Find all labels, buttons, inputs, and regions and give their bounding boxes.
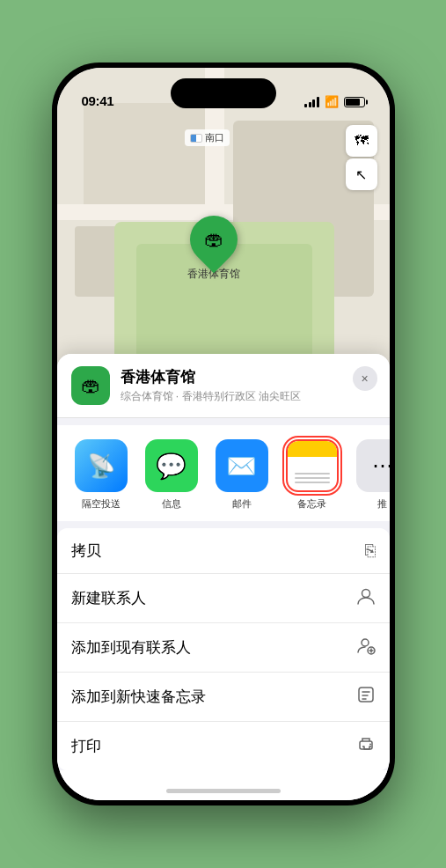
north-label: 南口 bbox=[185, 129, 230, 146]
share-item-notes[interactable]: 备忘录 bbox=[282, 439, 342, 511]
compass-icon: ↖ bbox=[355, 166, 367, 183]
airdrop-label: 隔空投送 bbox=[82, 497, 121, 511]
add-existing-icon bbox=[356, 636, 376, 659]
messages-label: 信息 bbox=[162, 497, 181, 511]
location-button[interactable]: ↖ bbox=[346, 158, 377, 190]
share-item-more[interactable]: ⋯ 推 bbox=[353, 439, 390, 511]
add-notes-label: 添加到新快速备忘录 bbox=[71, 687, 356, 707]
map-block bbox=[84, 103, 207, 209]
phone-screen: 09:41 📶 bbox=[57, 68, 390, 800]
battery-icon bbox=[344, 97, 365, 107]
mail-icon: ✉️ bbox=[216, 439, 268, 492]
north-direction-icon bbox=[190, 134, 202, 143]
share-item-airdrop[interactable]: 📡 隔空投送 bbox=[71, 439, 131, 511]
map-controls: 🗺 ↖ bbox=[346, 125, 377, 190]
add-existing-label: 添加到现有联系人 bbox=[71, 637, 356, 658]
close-button[interactable]: × bbox=[353, 366, 377, 391]
svg-point-0 bbox=[362, 590, 369, 598]
location-info: 香港体育馆 综合体育馆 · 香港特别行政区 油尖旺区 bbox=[121, 367, 376, 404]
dynamic-island bbox=[171, 78, 276, 108]
notes-label: 备忘录 bbox=[297, 497, 326, 511]
avatar-emoji: 🏟 bbox=[81, 374, 100, 397]
svg-rect-4 bbox=[360, 741, 372, 749]
north-text: 南口 bbox=[205, 131, 224, 144]
more-icon: ⋯ bbox=[356, 439, 390, 492]
action-new-contact[interactable]: 新建联系人 bbox=[57, 574, 390, 623]
location-header: 🏟 香港体育馆 综合体育馆 · 香港特别行政区 油尖旺区 × bbox=[57, 354, 390, 418]
copy-label: 拷贝 bbox=[71, 541, 365, 561]
copy-icon: ⎘ bbox=[365, 541, 376, 561]
more-label: 推 bbox=[377, 497, 387, 511]
action-print[interactable]: 打印 bbox=[57, 722, 390, 770]
print-icon bbox=[356, 734, 376, 758]
status-time: 09:41 bbox=[82, 93, 114, 108]
action-add-existing[interactable]: 添加到现有联系人 bbox=[57, 623, 390, 673]
action-copy[interactable]: 拷贝 ⎘ bbox=[57, 528, 390, 574]
notes-lines bbox=[295, 473, 330, 483]
phone-frame: 09:41 📶 bbox=[52, 63, 395, 805]
location-pin[interactable]: 🏟 香港体育馆 bbox=[187, 216, 240, 282]
location-name: 香港体育馆 bbox=[121, 367, 376, 387]
notes-top bbox=[288, 441, 337, 457]
bottom-sheet: 🏟 香港体育馆 综合体育馆 · 香港特别行政区 油尖旺区 × 📡 隔空投送 bbox=[57, 354, 390, 800]
airdrop-icon: 📡 bbox=[75, 439, 128, 492]
location-subtitle: 综合体育馆 · 香港特别行政区 油尖旺区 bbox=[121, 389, 376, 404]
new-contact-icon bbox=[356, 586, 376, 610]
pin-emoji: 🏟 bbox=[204, 228, 223, 251]
pin-circle: 🏟 bbox=[179, 206, 246, 273]
mail-label: 邮件 bbox=[232, 497, 252, 511]
home-bar bbox=[166, 789, 281, 793]
share-row: 📡 隔空投送 💬 信息 ✉️ 邮件 bbox=[57, 425, 390, 521]
signal-icon bbox=[304, 97, 319, 107]
notes-icon bbox=[286, 439, 339, 492]
share-item-messages[interactable]: 💬 信息 bbox=[142, 439, 201, 511]
home-indicator bbox=[57, 770, 390, 800]
svg-point-1 bbox=[362, 639, 369, 646]
close-icon: × bbox=[361, 371, 368, 386]
add-notes-icon bbox=[356, 685, 376, 709]
action-list: 拷贝 ⎘ 新建联系人 添加到现有联系人 bbox=[57, 528, 390, 770]
map-type-button[interactable]: 🗺 bbox=[346, 125, 377, 157]
wifi-icon: 📶 bbox=[325, 95, 339, 108]
map-icon: 🗺 bbox=[355, 133, 369, 149]
status-icons: 📶 bbox=[304, 95, 365, 108]
new-contact-label: 新建联系人 bbox=[71, 588, 356, 608]
print-label: 打印 bbox=[71, 736, 356, 756]
share-item-mail[interactable]: ✉️ 邮件 bbox=[212, 439, 272, 511]
location-avatar: 🏟 bbox=[71, 366, 110, 405]
svg-point-5 bbox=[369, 744, 371, 746]
messages-icon: 💬 bbox=[145, 439, 198, 492]
action-add-notes[interactable]: 添加到新快速备忘录 bbox=[57, 673, 390, 722]
